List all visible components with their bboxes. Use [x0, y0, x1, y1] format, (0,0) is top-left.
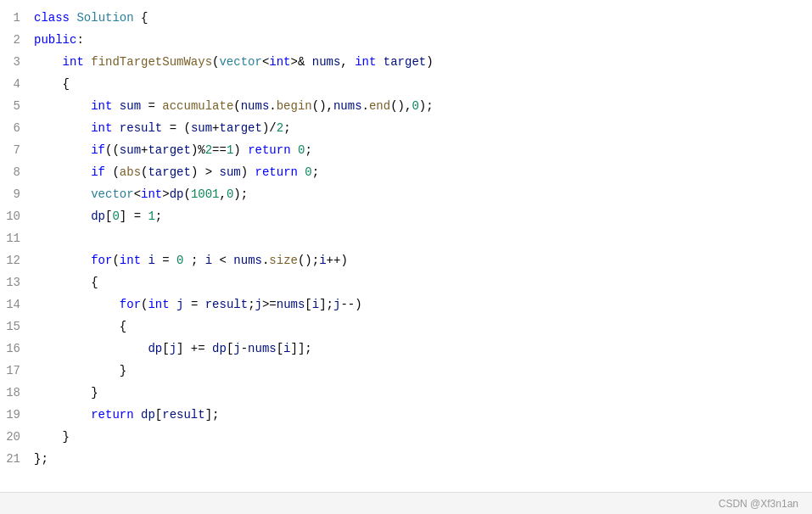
- code-token: );: [233, 187, 248, 201]
- line-number: 5: [0, 95, 34, 117]
- code-token: [170, 298, 176, 311]
- footer-bar: CSDN @Xf3n1an: [0, 492, 812, 514]
- line-content: int result = (sum+target)/2;: [34, 117, 812, 139]
- code-token: result: [120, 121, 162, 135]
- code-token: nums: [233, 254, 262, 267]
- line-content: int findTargetSumWays(vector<int>& nums,…: [34, 51, 812, 73]
- code-line: 20 }: [0, 426, 812, 448]
- line-number: 20: [0, 426, 34, 448]
- code-token: ++): [327, 254, 348, 267]
- code-line: 14 for(int j = result;j>=nums[i];j--): [0, 293, 812, 316]
- code-token: return: [91, 408, 133, 422]
- watermark-text: CSDN @Xf3n1an: [719, 498, 798, 510]
- code-line: 11: [0, 227, 812, 249]
- code-token: -: [241, 342, 248, 355]
- code-token: [112, 121, 119, 135]
- code-token: [: [277, 342, 283, 355]
- line-content: for(int i = 0 ; i < nums.size();i++): [34, 249, 812, 271]
- line-content: if((sum+target)%2==1) return 0;: [34, 139, 812, 161]
- line-content: dp[0] = 1;: [34, 205, 812, 227]
- code-token: vector: [219, 55, 261, 69]
- code-token: [34, 143, 91, 157]
- code-token: [: [305, 298, 311, 311]
- code-token: nums: [312, 55, 341, 69]
- code-line: 15 {: [0, 316, 812, 338]
- code-token: [34, 187, 91, 201]
- line-content: for(int j = result;j>=nums[i];j--): [34, 293, 812, 316]
- code-token: +: [212, 121, 219, 135]
- code-token: ;: [248, 298, 255, 311]
- code-token: int: [63, 55, 84, 69]
- code-token: ]];: [291, 342, 312, 355]
- line-content: if (abs(target) > sum) return 0;: [34, 161, 812, 183]
- code-token: ];: [319, 298, 333, 311]
- code-token: target: [384, 55, 426, 69]
- code-token: ;: [283, 121, 290, 135]
- code-token: ,: [220, 187, 227, 201]
- code-token: ,: [327, 99, 333, 113]
- code-token: Solution: [76, 11, 133, 25]
- code-token: for: [91, 254, 112, 267]
- code-token: public: [34, 33, 76, 47]
- code-token: int: [91, 99, 112, 113]
- code-line: 12 for(int i = 0 ; i < nums.size();i++): [0, 249, 812, 271]
- code-token: {: [34, 77, 70, 91]
- code-token: ): [241, 165, 255, 179]
- code-token: (),: [390, 99, 412, 113]
- line-content: dp[j] += dp[j-nums[i]];: [34, 338, 812, 360]
- code-token: [112, 99, 119, 113]
- code-token: [: [155, 408, 162, 422]
- code-token: dp: [212, 342, 227, 355]
- code-line: 21};: [0, 448, 812, 470]
- code-token: ;: [312, 165, 319, 179]
- code-line: 18 }: [0, 382, 812, 404]
- line-number: 14: [0, 293, 34, 316]
- line-number: 19: [0, 404, 34, 426]
- code-token: int: [269, 55, 290, 69]
- line-number: 1: [0, 7, 34, 29]
- code-token: for: [120, 298, 141, 311]
- code-token: nums: [333, 99, 362, 113]
- code-token: int: [355, 55, 376, 69]
- line-number: 15: [0, 316, 34, 338]
- code-token: [34, 55, 63, 69]
- code-token: }: [34, 386, 98, 399]
- line-number: 7: [0, 139, 34, 161]
- line-number: 18: [0, 382, 34, 404]
- line-number: 16: [0, 338, 34, 360]
- code-token: dp: [91, 210, 105, 223]
- code-token: 0: [176, 254, 183, 267]
- code-token: target: [148, 143, 190, 157]
- code-token: {: [134, 11, 148, 25]
- code-token: ] =: [120, 210, 148, 223]
- code-token: >: [162, 187, 169, 201]
- code-token: begin: [277, 99, 312, 113]
- code-line: 6 int result = (sum+target)/2;: [0, 117, 812, 139]
- code-token: 0: [305, 165, 311, 179]
- line-content: int sum = accumulate(nums.begin(),nums.e…: [34, 95, 812, 117]
- code-line: 19 return dp[result];: [0, 404, 812, 426]
- line-content: public:: [34, 29, 812, 51]
- code-token: ;: [184, 254, 205, 267]
- line-content: };: [34, 448, 812, 470]
- code-token: j: [255, 298, 262, 311]
- code-token: =: [155, 254, 176, 267]
- line-number: 8: [0, 161, 34, 183]
- code-token: [34, 408, 91, 422]
- code-token: int: [148, 298, 169, 311]
- code-token: {: [34, 320, 126, 333]
- code-token: ] +=: [176, 342, 212, 355]
- code-line: 13 {: [0, 271, 812, 293]
- code-token: 2: [205, 143, 212, 157]
- code-token: >=: [262, 298, 277, 311]
- code-token: ) >: [191, 165, 220, 179]
- code-line: 8 if (abs(target) > sum) return 0;: [0, 161, 812, 183]
- code-token: (: [105, 165, 120, 179]
- code-token: ==: [212, 143, 227, 157]
- code-token: ];: [205, 408, 220, 422]
- code-token: .: [362, 99, 369, 113]
- code-line: 9 vector<int>dp(1001,0);: [0, 183, 812, 205]
- code-token: (: [183, 187, 190, 201]
- code-token: sum: [191, 121, 212, 135]
- code-token: [376, 55, 383, 69]
